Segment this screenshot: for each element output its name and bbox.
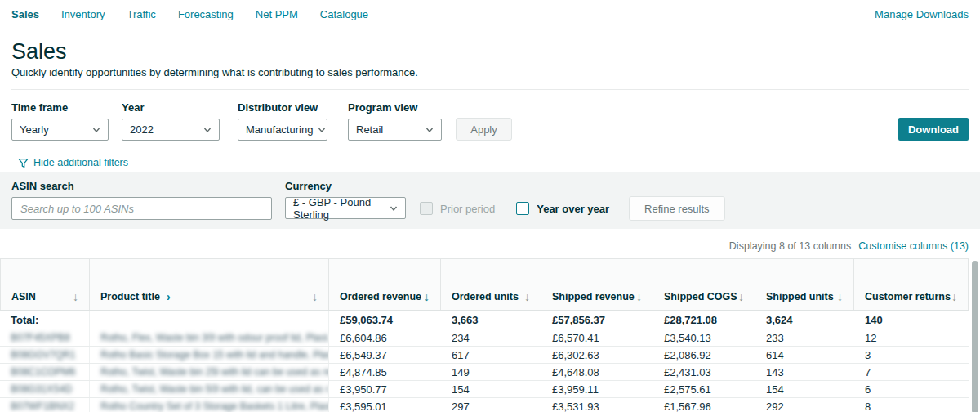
sort-arrow-down-icon[interactable]: ↓ xyxy=(73,291,78,302)
currency-select[interactable]: £ - GBP - Pound Sterling xyxy=(285,197,406,219)
section-divider xyxy=(11,89,969,90)
manage-downloads-link[interactable]: Manage Downloads xyxy=(875,8,969,20)
nav-tab-sales[interactable]: Sales xyxy=(11,8,39,20)
column-header-asin[interactable]: ASIN ↓ xyxy=(0,259,90,310)
sort-arrow-down-icon[interactable]: ↓ xyxy=(951,291,957,302)
shipped-revenue-value: £4,648.08 xyxy=(541,366,653,378)
total-shipped-units: 3,624 xyxy=(755,314,854,326)
page-subtitle: Quickly identify opportunities by determ… xyxy=(11,66,969,78)
column-header-shipped-cogs[interactable]: Shipped COGS ↓ xyxy=(653,259,755,310)
distributor-view-filter: Distributor view Manufacturing xyxy=(238,101,327,141)
sort-arrow-down-icon[interactable]: ↓ xyxy=(524,291,530,302)
filter-bar: Time frame Yearly Year 2022 Distributor … xyxy=(11,101,969,141)
customer-returns-value: 12 xyxy=(854,332,969,344)
asin-redacted: B08C1COPM6 xyxy=(11,366,75,378)
shipped-cogs-value: £1,567.96 xyxy=(653,401,755,412)
column-header-product-title[interactable]: Product title › ↓ xyxy=(90,259,329,310)
nav-tab-traffic[interactable]: Traffic xyxy=(127,8,155,20)
ordered-units-value: 617 xyxy=(441,349,541,361)
sort-arrow-down-icon[interactable]: ↓ xyxy=(312,291,318,302)
page-title: Sales xyxy=(11,39,969,65)
hide-additional-filters-link[interactable]: Hide additional filters xyxy=(11,154,138,172)
download-button[interactable]: Download xyxy=(898,118,969,141)
scrollbar-thumb[interactable] xyxy=(972,261,978,412)
ordered-revenue-value: £3,595.01 xyxy=(329,401,441,412)
chevron-right-icon[interactable]: › xyxy=(167,291,171,302)
total-customer-returns: 140 xyxy=(854,314,969,326)
program-view-filter: Program view Retail xyxy=(348,101,442,141)
ordered-units-value: 154 xyxy=(441,383,541,396)
nav-tab-catalogue[interactable]: Catalogue xyxy=(320,8,368,20)
asin-redacted: B08G31XS4D xyxy=(11,383,72,395)
year-over-year-checkbox-box[interactable] xyxy=(516,202,529,215)
shipped-cogs-value: £2,431.03 xyxy=(653,366,755,378)
customer-returns-value: 3 xyxy=(854,349,969,361)
total-ordered-units: 3,663 xyxy=(441,314,541,326)
time-frame-label: Time frame xyxy=(11,101,109,114)
asin-search-group: ASIN search xyxy=(11,178,272,220)
shipped-revenue-value: £3,531.93 xyxy=(541,401,653,412)
ordered-units-value: 234 xyxy=(441,332,541,344)
year-over-year-checkbox[interactable]: Year over year xyxy=(516,202,609,215)
total-ordered-revenue: £59,063.74 xyxy=(329,314,441,326)
asin-redacted: B08GGV7QR1 xyxy=(11,349,75,360)
column-header-label: Shipped units xyxy=(766,291,834,302)
columns-display-info: Displaying 8 of 13 columns xyxy=(729,240,851,252)
customise-columns-link[interactable]: Customise columns (13) xyxy=(858,240,969,252)
table-row: B08GGV7QR1 Rotho Basic Storage Box 15 wi… xyxy=(0,347,969,364)
sort-arrow-down-icon[interactable]: ↓ xyxy=(636,291,642,302)
asin-search-input[interactable] xyxy=(11,197,272,220)
distributor-view-label: Distributor view xyxy=(238,101,327,114)
table-row: B07F45XPB8 Rotho, Flex, Waste bin 30l wi… xyxy=(0,329,969,347)
apply-button[interactable]: Apply xyxy=(456,118,512,141)
refine-results-button[interactable]: Refine results xyxy=(629,196,724,221)
column-header-ordered-units[interactable]: Ordered units ↓ xyxy=(441,259,541,310)
year-filter: Year 2022 xyxy=(122,101,220,141)
time-frame-select[interactable]: Yearly xyxy=(11,119,109,141)
chevron-down-icon xyxy=(390,204,398,213)
ordered-units-value: 297 xyxy=(441,401,541,412)
shipped-revenue-value: £6,570.41 xyxy=(541,332,653,344)
distributor-view-select[interactable]: Manufacturing xyxy=(238,119,327,141)
asin-search-label: ASIN search xyxy=(11,180,272,192)
table-row: B08G31XS4D Rotho, Twist, Waste bin 50l w… xyxy=(0,381,969,398)
nav-tabs: Sales Inventory Traffic Forecasting Net … xyxy=(11,8,368,20)
ordered-revenue-value: £6,604.86 xyxy=(329,332,441,344)
column-header-ordered-revenue[interactable]: Ordered revenue ↓ xyxy=(329,259,441,310)
sort-arrow-down-icon-active[interactable]: ↓ xyxy=(424,291,430,302)
program-view-select[interactable]: Retail xyxy=(348,119,442,141)
column-header-label: Shipped COGS xyxy=(664,291,737,302)
table-header-row: ASIN ↓ Product title › ↓ Ordered revenue… xyxy=(0,258,969,311)
nav-tab-forecasting[interactable]: Forecasting xyxy=(178,8,234,20)
chevron-down-icon xyxy=(318,126,326,134)
time-frame-filter: Time frame Yearly xyxy=(11,101,109,141)
program-view-value: Retail xyxy=(356,123,383,136)
prior-period-checkbox[interactable]: Prior period xyxy=(420,202,495,215)
shipped-cogs-value: £2,086.92 xyxy=(653,349,755,361)
column-header-label: Ordered units xyxy=(452,291,519,302)
nav-tab-inventory[interactable]: Inventory xyxy=(61,8,105,20)
total-product-title-empty xyxy=(90,311,329,329)
year-label: Year xyxy=(122,101,220,114)
shipped-units-value: 143 xyxy=(755,366,854,378)
column-header-label: Customer returns xyxy=(865,291,951,302)
total-label: Total: xyxy=(0,311,90,329)
year-select[interactable]: 2022 xyxy=(122,119,220,141)
funnel-icon xyxy=(18,158,29,168)
distributor-view-value: Manufacturing xyxy=(246,123,313,136)
prior-period-checkbox-box[interactable] xyxy=(420,202,433,215)
vertical-scrollbar[interactable] xyxy=(969,259,980,412)
total-shipped-cogs: £28,721.08 xyxy=(653,314,755,326)
additional-filters-panel: ASIN search Currency £ - GBP - Pound Ste… xyxy=(0,172,980,229)
sort-arrow-down-icon[interactable]: ↓ xyxy=(837,291,843,302)
chevron-down-icon xyxy=(92,126,100,134)
ordered-revenue-value: £4,874.85 xyxy=(329,366,441,378)
column-header-customer-returns[interactable]: Customer returns ↓ xyxy=(854,259,969,310)
asin-redacted: B07F45XPB8 xyxy=(11,332,70,343)
column-header-shipped-units[interactable]: Shipped units ↓ xyxy=(755,259,854,310)
nav-tab-net-ppm[interactable]: Net PPM xyxy=(256,8,298,20)
product-title-redacted: Rotho, Flex, Waste bin 30l with odour pr… xyxy=(100,332,329,343)
sort-arrow-down-icon[interactable]: ↓ xyxy=(738,291,744,302)
customer-returns-value: 6 xyxy=(854,383,969,396)
column-header-shipped-revenue[interactable]: Shipped revenue ↓ xyxy=(541,259,653,310)
